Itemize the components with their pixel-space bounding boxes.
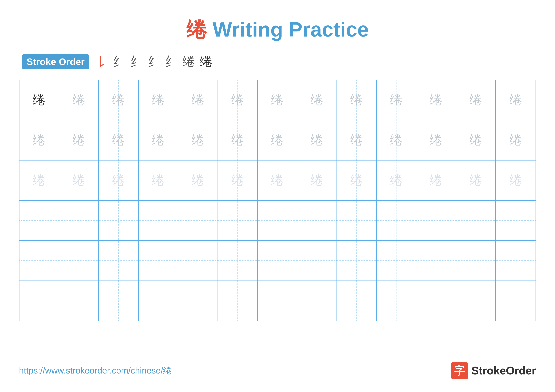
- grid-cell[interactable]: [258, 281, 297, 321]
- grid-cell[interactable]: 绻: [218, 161, 258, 200]
- grid-cell[interactable]: [178, 201, 218, 240]
- grid-cell[interactable]: 绻: [258, 120, 297, 160]
- grid-row-6: [20, 281, 535, 321]
- grid-cell[interactable]: [139, 281, 178, 321]
- grid-cell[interactable]: [297, 241, 337, 280]
- grid-cell[interactable]: 绻: [218, 80, 258, 120]
- grid-cell[interactable]: [496, 201, 535, 240]
- grid-cell[interactable]: [59, 201, 99, 240]
- grid-cell[interactable]: 绻: [496, 161, 535, 200]
- practice-char: 绻: [33, 172, 45, 189]
- grid-cell[interactable]: 绻: [59, 80, 99, 120]
- logo-text: StrokeOrder: [471, 364, 536, 377]
- grid-cell[interactable]: [496, 281, 535, 321]
- grid-cell[interactable]: 绻: [218, 120, 258, 160]
- grid-row-4: [20, 201, 535, 241]
- grid-cell[interactable]: [59, 281, 99, 321]
- grid-cell[interactable]: 绻: [139, 120, 178, 160]
- practice-char: 绻: [350, 132, 363, 149]
- grid-cell[interactable]: 绻: [337, 80, 377, 120]
- practice-char: 绻: [510, 172, 522, 189]
- grid-cell[interactable]: [416, 201, 456, 240]
- grid-cell[interactable]: 绻: [377, 120, 416, 160]
- grid-cell[interactable]: 绻: [456, 80, 496, 120]
- grid-cell[interactable]: 绻: [416, 120, 456, 160]
- grid-cell[interactable]: [99, 201, 139, 240]
- grid-cell[interactable]: 绻: [416, 161, 456, 200]
- grid-cell[interactable]: [377, 241, 416, 280]
- grid-row-2: 绻 绻 绻 绻 绻 绻 绻 绻 绻 绻 绻 绻 绻: [20, 120, 535, 161]
- grid-cell[interactable]: 绻: [258, 80, 297, 120]
- grid-cell[interactable]: 绻: [99, 161, 139, 200]
- grid-cell[interactable]: 绻: [59, 161, 99, 200]
- grid-cell[interactable]: [218, 201, 258, 240]
- grid-cell[interactable]: 绻: [416, 80, 456, 120]
- footer-logo: 字 StrokeOrder: [451, 362, 536, 379]
- grid-cell[interactable]: [377, 201, 416, 240]
- grid-cell[interactable]: [258, 201, 297, 240]
- page: 绻 Writing Practice Stroke Order ㇙ 纟 纟 纟 …: [0, 0, 555, 392]
- grid-cell[interactable]: 绻: [456, 161, 496, 200]
- grid-cell[interactable]: [297, 201, 337, 240]
- grid-cell[interactable]: 绻: [20, 161, 59, 200]
- grid-cell[interactable]: [218, 281, 258, 321]
- grid-cell[interactable]: 绻: [496, 80, 535, 120]
- grid-cell[interactable]: [337, 281, 377, 321]
- grid-cell[interactable]: 绻: [377, 80, 416, 120]
- grid-cell[interactable]: [456, 201, 496, 240]
- grid-cell[interactable]: 绻: [178, 80, 218, 120]
- grid-cell[interactable]: 绻: [59, 120, 99, 160]
- grid-cell[interactable]: 绻: [99, 80, 139, 120]
- practice-char: 绻: [430, 91, 442, 108]
- grid-cell[interactable]: 绻: [337, 120, 377, 160]
- practice-char: 绻: [271, 132, 284, 149]
- grid-cell[interactable]: 绻: [20, 120, 59, 160]
- grid-cell[interactable]: 绻: [377, 161, 416, 200]
- practice-char: 绻: [271, 172, 284, 189]
- grid-cell[interactable]: [456, 241, 496, 280]
- grid-cell[interactable]: [496, 241, 535, 280]
- grid-cell[interactable]: 绻: [337, 161, 377, 200]
- grid-cell[interactable]: 绻: [20, 80, 59, 120]
- grid-cell[interactable]: [416, 241, 456, 280]
- title-char: 绻: [186, 18, 207, 41]
- grid-cell[interactable]: 绻: [258, 161, 297, 200]
- grid-cell[interactable]: 绻: [297, 120, 337, 160]
- practice-char: 绻: [73, 132, 85, 149]
- footer: https://www.strokeorder.com/chinese/绻 字 …: [19, 362, 536, 379]
- grid-cell[interactable]: [456, 281, 496, 321]
- grid-cell[interactable]: [337, 201, 377, 240]
- grid-cell[interactable]: [297, 281, 337, 321]
- grid-cell[interactable]: [20, 241, 59, 280]
- grid-cell[interactable]: [99, 241, 139, 280]
- grid-cell[interactable]: 绻: [456, 120, 496, 160]
- grid-cell[interactable]: [178, 281, 218, 321]
- grid-cell[interactable]: 绻: [178, 161, 218, 200]
- grid-cell[interactable]: 绻: [178, 120, 218, 160]
- grid-cell[interactable]: 绻: [99, 120, 139, 160]
- grid-cell[interactable]: [20, 281, 59, 321]
- grid-cell[interactable]: [99, 281, 139, 321]
- grid-cell[interactable]: 绻: [496, 120, 535, 160]
- practice-char: 绻: [311, 132, 323, 149]
- footer-url[interactable]: https://www.strokeorder.com/chinese/绻: [19, 365, 172, 377]
- grid-cell[interactable]: [218, 241, 258, 280]
- grid-cell[interactable]: 绻: [297, 80, 337, 120]
- grid-cell[interactable]: [337, 241, 377, 280]
- grid-cell[interactable]: [139, 241, 178, 280]
- grid-cell[interactable]: [139, 201, 178, 240]
- grid-cell[interactable]: [59, 241, 99, 280]
- grid-cell[interactable]: [178, 241, 218, 280]
- stroke-step-2: 纟: [113, 53, 125, 70]
- grid-cell[interactable]: [416, 281, 456, 321]
- grid-cell[interactable]: 绻: [297, 161, 337, 200]
- practice-char: 绻: [311, 91, 323, 108]
- practice-char: 绻: [152, 132, 165, 149]
- grid-cell[interactable]: [20, 201, 59, 240]
- grid-cell[interactable]: 绻: [139, 161, 178, 200]
- grid-cell[interactable]: [377, 281, 416, 321]
- grid-cell[interactable]: 绻: [139, 80, 178, 120]
- grid-row-1: 绻 绻 绻 绻 绻 绻 绻 绻 绻 绻 绻 绻 绻: [20, 80, 535, 120]
- grid-cell[interactable]: [258, 241, 297, 280]
- stroke-step-1: ㇙: [95, 53, 108, 70]
